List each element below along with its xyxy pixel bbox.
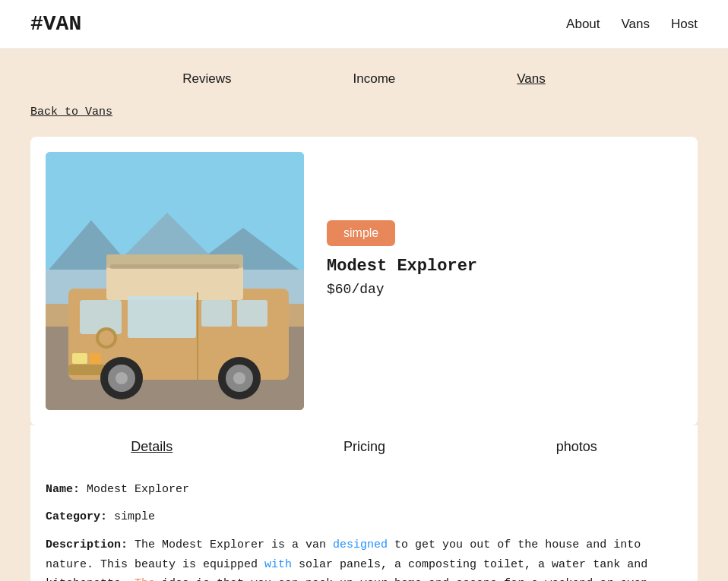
van-card: simple Modest Explorer $60/day	[30, 137, 698, 425]
detail-name-row: Name: Modest Explorer	[46, 481, 682, 499]
back-to-vans-link[interactable]: Back to Vans	[30, 106, 112, 118]
tab-vans[interactable]: Vans	[456, 64, 606, 94]
tab-pricing[interactable]: Pricing	[343, 439, 385, 458]
description-value: The Modest Explorer is a van designed to…	[46, 538, 647, 581]
van-image	[46, 152, 304, 410]
svg-point-15	[99, 330, 114, 346]
host-tabs: Reviews Income Vans	[30, 64, 698, 94]
main-content: simple Modest Explorer $60/day Details P…	[0, 129, 728, 581]
nav-vans[interactable]: Vans	[622, 17, 650, 32]
name-label: Name:	[46, 483, 80, 496]
description-label: Description:	[46, 538, 128, 551]
tab-details[interactable]: Details	[131, 439, 173, 458]
detail-tabs: Details Pricing photos	[30, 425, 698, 466]
tab-income[interactable]: Income	[293, 64, 457, 94]
top-nav: #VAN About Vans Host	[0, 0, 728, 49]
svg-rect-26	[110, 264, 239, 269]
name-value: Modest Explorer	[87, 483, 189, 496]
svg-point-21	[116, 372, 128, 384]
top-nav-links: About Vans Host	[566, 17, 698, 32]
details-content: Name: Modest Explorer Category: simple D…	[30, 466, 698, 581]
category-label: Category:	[46, 510, 107, 523]
detail-category-row: Category: simple	[46, 508, 682, 526]
svg-rect-13	[237, 300, 267, 327]
svg-rect-18	[90, 353, 101, 364]
van-price: $60/day	[327, 282, 682, 297]
svg-rect-11	[128, 296, 196, 338]
van-badge: simple	[327, 220, 395, 246]
nav-host[interactable]: Host	[671, 17, 698, 32]
svg-rect-17	[72, 353, 87, 364]
tab-photos[interactable]: photos	[556, 439, 597, 458]
detail-description-row: Description: The Modest Explorer is a va…	[46, 535, 682, 581]
category-value: simple	[114, 510, 155, 523]
svg-rect-12	[201, 300, 232, 327]
nav-about[interactable]: About	[566, 17, 600, 32]
svg-point-24	[233, 372, 245, 384]
van-name: Modest Explorer	[327, 257, 682, 276]
van-info: simple Modest Explorer $60/day	[327, 152, 682, 297]
site-logo[interactable]: #VAN	[30, 12, 81, 36]
back-section: Back to Vans	[0, 94, 728, 129]
host-subnav: Reviews Income Vans	[0, 49, 728, 94]
tab-reviews[interactable]: Reviews	[122, 64, 292, 94]
